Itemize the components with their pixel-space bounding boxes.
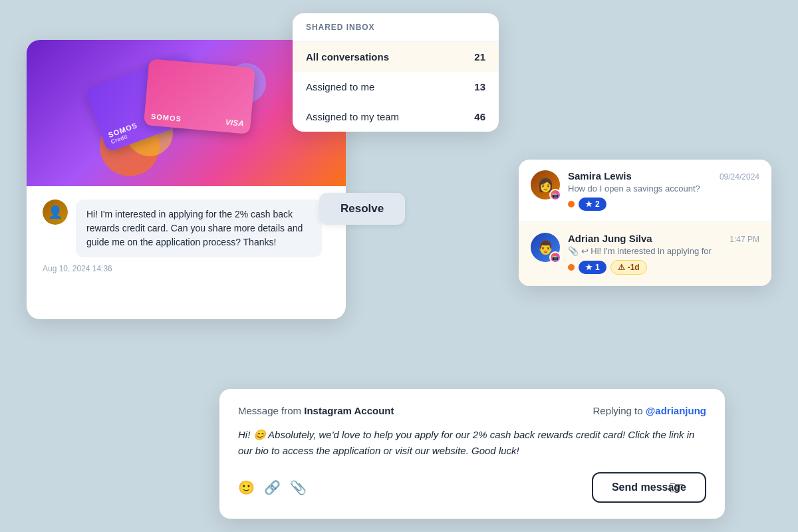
instagram-badge-samira: 📷 <box>549 189 561 201</box>
conv-time-samira: 09/24/2024 <box>720 172 759 182</box>
inbox-all-label: All conversations <box>306 51 389 63</box>
send-message-button[interactable]: Send message <box>592 472 706 503</box>
avatar-samira: 👩 📷 <box>531 170 560 200</box>
user-avatar: 👤 <box>43 200 68 225</box>
avatar-face: 👤 <box>43 200 68 225</box>
conv-tags-adrian: ★ 1 ⚠ -1d <box>568 260 759 275</box>
star-count-samira: 2 <box>595 200 600 209</box>
link-button[interactable]: 🔗 <box>264 479 281 495</box>
reply-prefix: Replying to <box>593 405 642 416</box>
conv-top-samira: Samira Lewis 09/24/2024 <box>568 170 759 182</box>
overdue-label-adrian: -1d <box>628 263 640 272</box>
inbox-team-label: Assigned to my team <box>306 111 399 122</box>
conv-preview-samira: How do I open a savings account? <box>568 184 759 194</box>
compose-from-word: from <box>281 405 304 416</box>
dot-samira <box>568 201 575 207</box>
conv-content-adrian: Adrian Jung Silva 1:47 PM 📎 ↩ Hi! I'm in… <box>568 233 759 275</box>
reply-icon: ↩ <box>581 246 589 256</box>
reply-to-user: @adrianjung <box>646 405 706 416</box>
inbox-team-count: 46 <box>474 111 485 122</box>
star-icon-samira: ★ <box>585 200 593 209</box>
warning-icon-adrian: ⚠ <box>618 263 625 272</box>
inbox-assigned-to-team[interactable]: Assigned to my team 46 <box>293 102 499 132</box>
conv-name-adrian: Adrian Jung Silva <box>568 233 652 244</box>
conv-top-adrian: Adrian Jung Silva 1:47 PM <box>568 233 759 244</box>
shared-inbox-dropdown: SHARED INBOX All conversations 21 Assign… <box>293 13 499 132</box>
card-label-2: SOMOS <box>151 112 182 123</box>
conv-time-adrian: 1:47 PM <box>730 235 759 244</box>
chat-bubble: Hi! I'm interested in applying for the 2… <box>76 200 322 257</box>
compose-toolbar: 🙂 🔗 📎 <box>238 479 307 495</box>
conversation-item-samira[interactable]: 👩 📷 Samira Lewis 09/24/2024 How do I ope… <box>519 160 771 222</box>
compose-reply-to: Replying to @adrianjung <box>593 405 706 416</box>
conv-tags-samira: ★ 2 <box>568 198 759 211</box>
star-count-adrian: 1 <box>595 263 600 272</box>
star-tag-samira: ★ 2 <box>579 198 606 211</box>
conv-content-samira: Samira Lewis 09/24/2024 How do I open a … <box>568 170 759 211</box>
card-visual: SOMOS Credit SOMOS VISA <box>93 57 279 170</box>
attachment-button[interactable]: 📎 <box>290 479 307 495</box>
compose-from-source: Instagram Account <box>304 405 394 416</box>
resolve-button[interactable]: Resolve <box>319 193 405 225</box>
compose-header: Message from Instagram Account Replying … <box>238 405 706 416</box>
inbox-all-count: 21 <box>474 51 485 63</box>
chat-message-row: 👤 Hi! I'm interested in applying for the… <box>43 200 330 257</box>
inbox-me-label: Assigned to me <box>306 81 374 92</box>
compose-footer: 🙂 🔗 📎 Send message <box>238 472 706 503</box>
star-tag-adrian: ★ 1 <box>579 261 606 274</box>
chat-timestamp: Aug 10, 2024 14:36 <box>43 264 330 273</box>
shared-inbox-title: SHARED INBOX <box>293 13 499 42</box>
conv-preview-adrian: 📎 ↩ Hi! I'm interested in applying for <box>568 246 759 256</box>
star-icon-adrian: ★ <box>585 263 593 272</box>
avatar-adrian: 👨 📷 <box>531 233 560 262</box>
chat-body: 👤 Hi! I'm interested in applying for the… <box>27 186 346 287</box>
credit-card-2: SOMOS VISA <box>144 59 255 134</box>
conversation-list-card: 👩 📷 Samira Lewis 09/24/2024 How do I ope… <box>519 160 771 286</box>
inbox-all-conversations[interactable]: All conversations 21 <box>293 42 499 72</box>
instagram-badge-adrian: 📷 <box>549 251 561 263</box>
conv-preview-text-adrian: Hi! I'm interested in applying for <box>591 246 712 256</box>
visa-label: VISA <box>225 118 244 128</box>
chat-message-text: Hi! I'm interested in applying for the 2… <box>86 207 311 249</box>
inbox-me-count: 13 <box>474 81 485 92</box>
attachment-icon: 📎 <box>568 246 579 256</box>
emoji-button[interactable]: 🙂 <box>238 479 255 495</box>
conv-name-samira: Samira Lewis <box>568 170 632 182</box>
inbox-assigned-to-me[interactable]: Assigned to me 13 <box>293 72 499 102</box>
compose-card: Message from Instagram Account Replying … <box>219 389 725 519</box>
compose-from-label: Message <box>238 405 279 416</box>
conversation-item-adrian[interactable]: 👨 📷 Adrian Jung Silva 1:47 PM 📎 ↩ Hi! I'… <box>519 222 771 286</box>
compose-text[interactable]: Hi! 😊 Absolutely, we'd love to help you … <box>238 427 706 459</box>
overdue-tag-adrian: ⚠ -1d <box>610 260 647 275</box>
dot-adrian <box>568 264 575 271</box>
